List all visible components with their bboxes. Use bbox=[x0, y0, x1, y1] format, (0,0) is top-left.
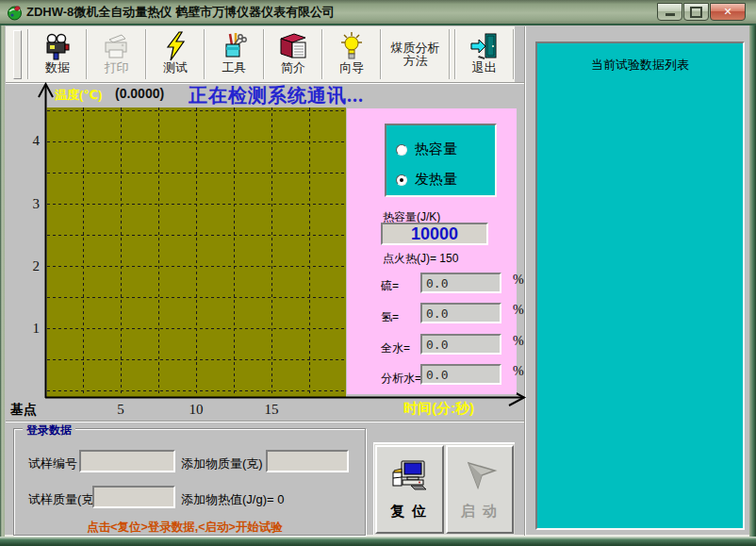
toolbar-button-test[interactable]: 测试 bbox=[147, 26, 204, 82]
data-list-title: 当前试验数据列表 bbox=[537, 57, 743, 74]
toolbar-label-wizard: 向导 bbox=[339, 61, 364, 74]
start-arrow-icon bbox=[461, 459, 499, 497]
tools-icon bbox=[219, 30, 249, 61]
printer-icon bbox=[101, 30, 131, 61]
window-border-bottom bbox=[0, 537, 756, 546]
bulb-icon bbox=[337, 30, 367, 61]
notebook-icon bbox=[278, 30, 308, 61]
sample-id-input[interactable] bbox=[79, 450, 175, 472]
toolbar-label-tools: 工具 bbox=[222, 61, 246, 74]
y-tick-1: 1 bbox=[15, 321, 40, 337]
radio-heat-capacity-label: 热容量 bbox=[415, 141, 457, 158]
maximize-button[interactable] bbox=[683, 3, 709, 21]
y-tick-3: 3 bbox=[15, 196, 40, 212]
total-moisture-unit: % bbox=[513, 334, 524, 349]
right-panel: 当前试验数据列表 bbox=[527, 26, 749, 535]
app-icon bbox=[7, 5, 23, 21]
toolbar-label-test: 测试 bbox=[163, 61, 188, 74]
analysis-moisture-label: 分析水= bbox=[381, 371, 421, 387]
close-icon: ✕ bbox=[723, 6, 731, 18]
settings-panel: 热容量 发热量 热容量(J/K) 点火热(J)= 150 硫= % 氢= % 全… bbox=[347, 108, 517, 394]
origin-label: 基点 bbox=[10, 402, 37, 419]
sulfur-label: 硫= bbox=[381, 278, 399, 294]
total-moisture-label: 全水= bbox=[381, 340, 410, 356]
sample-id-label: 试样编号 bbox=[28, 455, 77, 472]
hydrogen-input[interactable] bbox=[420, 303, 501, 323]
toolbar-label-print: 打印 bbox=[104, 61, 128, 74]
radio-calorific-value[interactable]: 发热量 bbox=[396, 171, 457, 189]
minimize-icon bbox=[666, 13, 675, 16]
toolbar-gripper[interactable] bbox=[13, 30, 22, 79]
sample-mass-input[interactable] bbox=[92, 486, 175, 508]
radio-calorific-value-label: 发热量 bbox=[415, 171, 457, 189]
ignition-heat-text: 点火热(J)= 150 bbox=[383, 251, 458, 267]
radio-heat-capacity[interactable]: 热容量 bbox=[396, 141, 457, 158]
total-moisture-input[interactable] bbox=[420, 334, 501, 355]
toolbar-button-exit[interactable]: 退出 bbox=[456, 26, 513, 82]
camera-icon bbox=[42, 30, 73, 61]
x-tick-15: 15 bbox=[261, 402, 282, 418]
y-tick-4: 4 bbox=[15, 133, 40, 149]
toolbar-button-coal-method[interactable]: 煤质分析方法 bbox=[382, 26, 448, 82]
additive-heat-text: 添加物热值(J/g)= 0 bbox=[181, 491, 284, 508]
lightning-icon bbox=[160, 30, 190, 61]
additive-mass-label: 添加物质量(克) bbox=[181, 455, 263, 472]
window-title: ZDHW-8微机全自动量热仪 鹤壁市万博仪器仪表有限公司 bbox=[26, 4, 335, 21]
action-button-panel: 复 位 启 动 bbox=[373, 442, 515, 535]
hydrogen-label: 氢= bbox=[381, 309, 399, 325]
start-button[interactable]: 启 动 bbox=[446, 445, 515, 534]
operation-hint: 点击<复位>登录数据,<启动>开始试验 bbox=[38, 520, 332, 536]
y-tick-2: 2 bbox=[15, 258, 40, 274]
heat-capacity-input[interactable] bbox=[381, 223, 488, 245]
sample-mass-label: 试样质量(克) bbox=[28, 491, 98, 508]
toolbar-button-print[interactable]: 打印 bbox=[88, 26, 144, 82]
x-tick-10: 10 bbox=[186, 402, 206, 418]
reset-button[interactable]: 复 位 bbox=[375, 445, 444, 534]
minimize-button[interactable] bbox=[657, 3, 682, 21]
login-group-title: 登录数据 bbox=[23, 422, 75, 438]
exit-door-icon bbox=[469, 30, 500, 61]
close-button[interactable]: ✕ bbox=[710, 3, 746, 21]
toolbar-label-intro: 简介 bbox=[281, 61, 305, 74]
start-button-label: 启 动 bbox=[461, 503, 499, 521]
toolbar-label-coal-method: 煤质分析方法 bbox=[387, 41, 442, 68]
x-tick-5: 5 bbox=[110, 402, 131, 418]
time-axis-label: 时间(分:秒) bbox=[403, 400, 474, 418]
title-bar: ZDHW-8微机全自动量热仪 鹤壁市万博仪器仪表有限公司 bbox=[0, 0, 756, 25]
computer-icon bbox=[390, 459, 428, 497]
current-test-data-list[interactable]: 当前试验数据列表 bbox=[535, 41, 745, 530]
maximize-icon bbox=[690, 7, 702, 18]
section-divider bbox=[6, 421, 524, 422]
toolbar-button-intro[interactable]: 简介 bbox=[265, 26, 321, 82]
toolbar-button-tools[interactable]: 工具 bbox=[205, 26, 262, 82]
toolbar-label-data: 数据 bbox=[45, 61, 70, 74]
toolbar-button-data[interactable]: 数据 bbox=[29, 26, 86, 82]
toolbar-button-wizard[interactable]: 向导 bbox=[323, 26, 380, 82]
analysis-moisture-unit: % bbox=[513, 364, 524, 379]
sulfur-input[interactable] bbox=[420, 273, 501, 293]
toolbar: 数据 打印 测试 bbox=[6, 26, 515, 82]
sulfur-unit: % bbox=[513, 273, 524, 288]
mode-selector-box: 热容量 发热量 bbox=[385, 124, 497, 197]
additive-mass-input[interactable] bbox=[266, 450, 349, 472]
radio-unselected-icon[interactable] bbox=[396, 144, 407, 156]
reset-button-label: 复 位 bbox=[390, 503, 428, 521]
radio-selected-icon[interactable] bbox=[396, 174, 407, 186]
hydrogen-unit: % bbox=[513, 303, 524, 318]
toolbar-label-exit: 退出 bbox=[472, 61, 497, 74]
window-border-right bbox=[749, 25, 756, 537]
analysis-moisture-input[interactable] bbox=[420, 364, 501, 385]
